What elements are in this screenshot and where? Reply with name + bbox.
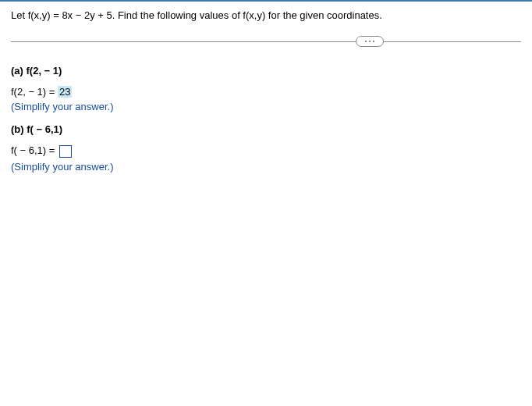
part-a-instruction: (Simplify your answer.)	[11, 101, 521, 112]
part-b-input[interactable]	[59, 145, 72, 158]
part-b-instruction: (Simplify your answer.)	[11, 161, 521, 173]
divider-row	[11, 34, 521, 49]
divider-line	[11, 41, 521, 42]
problem-statement: Let f(x,y) = 8x − 2y + 5. Find the follo…	[11, 9, 521, 21]
part-a-answer-line: f(2, − 1) = 23	[11, 86, 521, 98]
more-options-button[interactable]	[356, 36, 384, 47]
dot-icon	[373, 41, 374, 42]
part-b-label: (b) f( − 6,1)	[11, 123, 521, 135]
part-a-answer: 23	[58, 86, 72, 98]
part-b-expression: f( − 6,1) =	[11, 144, 55, 156]
dot-icon	[365, 41, 367, 42]
content-area: Let f(x,y) = 8x − 2y + 5. Find the follo…	[0, 2, 532, 191]
part-a-expression: f(2, − 1) =	[11, 86, 55, 98]
dot-icon	[369, 41, 371, 42]
part-a-label: (a) f(2, − 1)	[11, 65, 521, 77]
part-b-answer-line: f( − 6,1) =	[11, 144, 521, 158]
